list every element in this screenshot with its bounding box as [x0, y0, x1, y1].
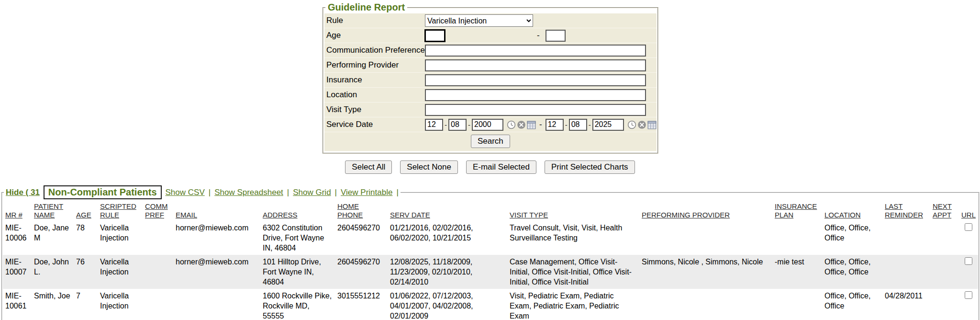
date-field-separator: -: [445, 121, 447, 129]
form-row-age: Age -: [324, 28, 657, 43]
age-label: Age: [326, 31, 425, 40]
cell-home-phone: 3015551212: [335, 289, 388, 320]
non-compliant-patients-section: Hide ( 31 Non-Compliant Patients Show CS…: [1, 185, 980, 320]
clock-icon[interactable]: [627, 120, 636, 129]
age-range-separator: -: [537, 31, 540, 40]
view-printable-link[interactable]: View Printable: [341, 188, 392, 197]
service-date-to-group: - -: [546, 119, 657, 131]
cell-performing-provider: Simmons, Nicole , Simmons, Nicole: [639, 255, 772, 289]
service-date-from-year-input[interactable]: [472, 119, 503, 131]
sort-last-reminder-header[interactable]: LAST REMINDER: [885, 202, 923, 219]
sort-comm-pref-header[interactable]: COMM PREF: [145, 202, 168, 219]
form-row-performing-provider: Performing Provider: [324, 58, 657, 73]
cell-mr: MIE-10061: [3, 289, 32, 320]
link-separator: |: [396, 188, 398, 197]
calendar-icon[interactable]: [527, 120, 536, 129]
cell-insurance-plan: [772, 289, 822, 320]
rule-label: Rule: [326, 16, 425, 25]
cell-location: Office, Office, Office: [822, 289, 882, 320]
sort-scripted-rule-header[interactable]: SCRIPTED RULE: [100, 202, 136, 219]
sort-serv-date-header[interactable]: SERV DATE: [390, 211, 430, 219]
select-all-button[interactable]: Select All: [345, 160, 392, 174]
cell-home-phone: 2604596270: [335, 255, 388, 289]
service-date-to-month-input[interactable]: [546, 119, 564, 131]
search-button[interactable]: Search: [471, 135, 510, 148]
form-legend: Guideline Report: [325, 2, 407, 13]
sort-location-header[interactable]: LOCATION: [824, 211, 861, 219]
sort-visit-type-header[interactable]: VISIT TYPE: [510, 211, 548, 219]
sort-insurance-plan-header[interactable]: INSURANCE PLAN: [775, 202, 817, 219]
cell-patient-name: Doe, Jane M: [32, 221, 74, 255]
sort-performing-provider-header[interactable]: PERFORMING PROVIDER: [642, 211, 730, 219]
service-date-from-month-input[interactable]: [425, 119, 443, 131]
cell-insurance-plan: [772, 221, 822, 255]
form-row-visit-type: Visit Type: [324, 103, 657, 117]
performing-provider-input[interactable]: [425, 59, 646, 71]
guideline-report-form: Guideline Report Rule Varicella Injectio…: [323, 2, 658, 154]
show-spreadsheet-link[interactable]: Show Spreadsheet: [214, 188, 283, 197]
communication-preference-input[interactable]: [425, 45, 646, 57]
service-date-to-year-input[interactable]: [592, 119, 624, 131]
cell-next-appt: [930, 221, 959, 255]
form-row-insurance: Insurance: [324, 73, 657, 88]
sort-mr-header[interactable]: MR #: [5, 211, 22, 219]
cell-email: horner@mieweb.com: [173, 221, 260, 255]
visit-type-input[interactable]: [425, 104, 646, 116]
guideline-report-panel: Guideline Report Rule Varicella Injectio…: [323, 2, 657, 174]
calendar-icon[interactable]: [647, 120, 657, 129]
sort-home-phone-header[interactable]: HOME PHONE: [337, 202, 363, 219]
print-selected-charts-button[interactable]: Print Selected Charts: [545, 160, 635, 174]
sort-address-header[interactable]: ADDRESS: [263, 211, 298, 219]
age-to-input[interactable]: [546, 30, 566, 42]
link-separator: |: [209, 188, 211, 197]
patients-table: MR # PATIENT NAME AGE SCRIPTED RULE COMM…: [3, 201, 978, 320]
location-label: Location: [326, 90, 425, 100]
email-selected-button[interactable]: E-mail Selected: [466, 160, 536, 174]
cell-email: horner@mieweb.com: [173, 255, 260, 289]
sort-age-header[interactable]: AGE: [76, 211, 91, 219]
form-row-search: Search: [324, 132, 657, 151]
form-row-rule: Rule Varicella Injection: [324, 13, 657, 28]
performing-provider-label: Performing Provider: [326, 60, 425, 70]
cell-address: 6302 Constitution Drive, Fort Wayne IN, …: [260, 221, 335, 255]
row-select-checkbox[interactable]: [965, 291, 972, 299]
rule-select[interactable]: Varicella Injection: [425, 14, 533, 27]
select-none-button[interactable]: Select None: [400, 160, 458, 174]
service-date-label: Service Date: [326, 120, 425, 129]
cell-next-appt: [930, 289, 959, 320]
show-grid-link[interactable]: Show Grid: [293, 188, 331, 197]
sort-patient-name-header[interactable]: PATIENT NAME: [34, 202, 63, 219]
age-from-input[interactable]: [425, 30, 445, 42]
sort-email-header[interactable]: EMAIL: [176, 211, 197, 219]
cell-address: 1600 Rockville Pike, Rockville MD, 55555: [260, 289, 335, 320]
location-input[interactable]: [425, 89, 646, 101]
date-field-separator: -: [565, 121, 568, 129]
cell-comm-pref: [143, 255, 173, 289]
clear-icon[interactable]: [517, 120, 526, 129]
service-date-to-icons: [627, 120, 657, 129]
sort-next-appt-header[interactable]: NEXT APPT: [933, 202, 952, 219]
hide-link[interactable]: Hide ( 31: [6, 188, 40, 197]
form-row-communication-preference: Communication Preference: [324, 43, 657, 58]
cell-location: Office, Office, Office: [822, 221, 882, 255]
cell-visit-type: Travel Consult, Visit, Visit, Health Sur…: [507, 221, 639, 255]
row-select-checkbox[interactable]: [965, 257, 972, 265]
form-row-location: Location: [324, 88, 657, 103]
clock-icon[interactable]: [507, 120, 516, 129]
cell-location: Office, Office, Office, Office: [822, 255, 882, 289]
row-select-checkbox[interactable]: [965, 223, 972, 231]
show-csv-link[interactable]: Show CSV: [166, 188, 205, 197]
cell-last-reminder: [882, 221, 930, 255]
form-row-service-date: Service Date - -: [324, 117, 657, 132]
report-legend: Hide ( 31 Non-Compliant Patients Show CS…: [4, 185, 401, 199]
clear-icon[interactable]: [637, 120, 646, 129]
table-row: MIE-10007 Doe, John L. 76 Varicella Inje…: [3, 255, 978, 289]
insurance-input[interactable]: [425, 74, 646, 86]
service-date-from-day-input[interactable]: [448, 119, 467, 131]
cell-address: 101 Hilltop Drive, Fort Wayne IN, 46804: [260, 255, 335, 289]
service-date-range-separator: -: [539, 120, 542, 129]
sort-url-header[interactable]: URL: [961, 211, 976, 219]
cell-serv-date: 01/06/2022, 07/12/2003, 04/01/2007, 04/0…: [388, 289, 507, 320]
service-date-to-day-input[interactable]: [569, 119, 587, 131]
link-separator: |: [335, 188, 337, 197]
